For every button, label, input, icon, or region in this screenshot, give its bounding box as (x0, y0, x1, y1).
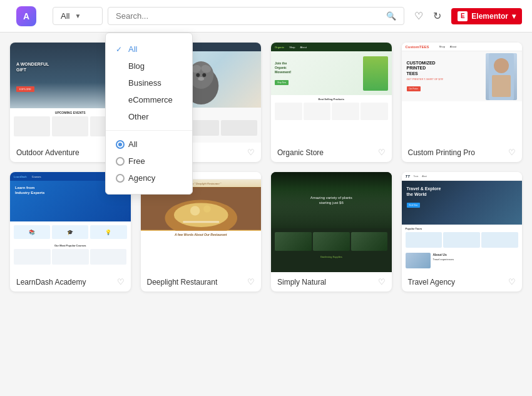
app-logo[interactable]: A (16, 6, 36, 26)
category-ecommerce-label: eCommerce (128, 95, 173, 104)
card-image-travel: AGENCY TT Tours About Travel & Exploreth… (402, 172, 523, 272)
type-agency-item[interactable]: Agency (106, 170, 192, 186)
card-heart-natural[interactable]: ♡ (378, 277, 386, 287)
category-other-label: Other (128, 112, 149, 121)
card-title-deeplight: Deeplight Restaurant (147, 278, 218, 287)
radio-selected-dot (118, 143, 122, 146)
card-title-outdoor: Outdoor Adventure (16, 148, 79, 157)
header-center: All ▼ 🔍 (43, 7, 414, 25)
card-image-natural: Amazing variety of plantsstarting just $… (271, 172, 392, 272)
elementor-chevron-icon: ▾ (512, 12, 516, 21)
svg-rect-15 (183, 221, 219, 223)
card-heart-printing[interactable]: ♡ (508, 148, 516, 157)
card-footer-natural: Simply Natural ♡ (271, 272, 392, 292)
card-heart-organic[interactable]: ♡ (378, 148, 386, 157)
svg-point-14 (203, 205, 211, 213)
svg-point-13 (190, 206, 199, 215)
check-icon: ✓ (116, 45, 125, 54)
category-all-label: All (128, 44, 137, 54)
card-title-natural: Simply Natural (277, 278, 326, 287)
type-all-label: All (128, 140, 137, 149)
elementor-button[interactable]: E Elementor ▾ (451, 8, 522, 24)
type-section: All Free Agency (106, 130, 192, 189)
templates-grid: A WONDERFULGIFT EXPLORE UPCOMING EVENTS … (10, 43, 522, 292)
svg-point-5 (202, 73, 206, 77)
search-box: 🔍 (108, 7, 404, 25)
favorites-button[interactable]: ♡ (414, 10, 423, 22)
card-organic-store[interactable]: AGENCY Organic Shop About Join theOrgani… (271, 43, 392, 162)
card-title-learndash: LearnDash Academy (16, 278, 86, 287)
card-custom-printing[interactable]: AGENCY CustomTEES Shop About CUSTOMIZEDP… (402, 43, 523, 162)
radio-free-icon (116, 157, 125, 166)
card-heart-deeplight[interactable]: ♡ (247, 277, 255, 287)
card-footer-printing: Custom Printing Pro ♡ (402, 143, 523, 162)
card-footer-organic: Organic Store ♡ (271, 143, 392, 162)
svg-point-4 (196, 73, 200, 77)
refresh-button[interactable]: ↻ (433, 10, 441, 22)
elementor-icon: E (458, 11, 468, 21)
card-simply-natural[interactable]: Amazing variety of plantsstarting just $… (271, 172, 392, 292)
category-other-item[interactable]: Other (106, 108, 192, 125)
card-image-printing: AGENCY CustomTEES Shop About CUSTOMIZEDP… (402, 43, 523, 143)
main-content: A WONDERFULGIFT EXPLORE UPCOMING EVENTS … (0, 33, 532, 396)
logo-area: A (10, 6, 43, 26)
category-blog-label: Blog (128, 61, 145, 71)
card-footer-travel: Travel Agency ♡ (402, 272, 523, 292)
header-right: ♡ ↻ E Elementor ▾ (414, 8, 522, 24)
svg-rect-9 (492, 75, 511, 97)
category-all-item[interactable]: ✓ All (106, 41, 192, 58)
card-travel-agency[interactable]: AGENCY TT Tours About Travel & Exploreth… (402, 172, 523, 292)
type-agency-label: Agency (128, 173, 155, 183)
header: A All ▼ 🔍 ♡ ↻ E Elementor ▾ (0, 0, 532, 33)
radio-all-icon (116, 140, 125, 149)
category-filter-dropdown[interactable]: All ▼ (53, 7, 103, 25)
svg-point-12 (173, 203, 228, 227)
type-free-item[interactable]: Free (106, 153, 192, 170)
category-business-label: Business (128, 78, 161, 88)
chevron-down-icon: ▼ (74, 13, 81, 19)
elementor-label: Elementor (471, 12, 508, 21)
card-heart-petcare[interactable]: ♡ (247, 148, 255, 157)
card-title-printing: Custom Printing Pro (408, 148, 475, 157)
category-section: ✓ All Blog Business eCommerce Other (106, 38, 192, 128)
type-free-label: Free (128, 156, 145, 166)
radio-agency-icon (116, 174, 125, 183)
card-title-organic: Organic Store (277, 148, 324, 157)
filter-dropdown-menu: ✓ All Blog Business eCommerce Other All (105, 33, 193, 195)
category-ecommerce-item[interactable]: eCommerce (106, 91, 192, 108)
card-heart-learndash[interactable]: ♡ (117, 277, 125, 287)
category-blog-item[interactable]: Blog (106, 58, 192, 74)
card-footer-learndash: LearnDash Academy ♡ (10, 272, 131, 292)
search-icon: 🔍 (386, 11, 396, 21)
card-heart-travel[interactable]: ♡ (508, 277, 516, 287)
card-image-organic: AGENCY Organic Shop About Join theOrgani… (271, 43, 392, 143)
filter-label: All (61, 11, 69, 21)
category-business-item[interactable]: Business (106, 74, 192, 91)
svg-point-8 (494, 58, 509, 73)
svg-point-6 (198, 77, 204, 81)
search-input[interactable] (116, 11, 381, 21)
type-all-item[interactable]: All (106, 136, 192, 153)
card-footer-deeplight: Deeplight Restaurant ♡ (141, 272, 262, 292)
card-title-travel: Travel Agency (408, 278, 456, 287)
